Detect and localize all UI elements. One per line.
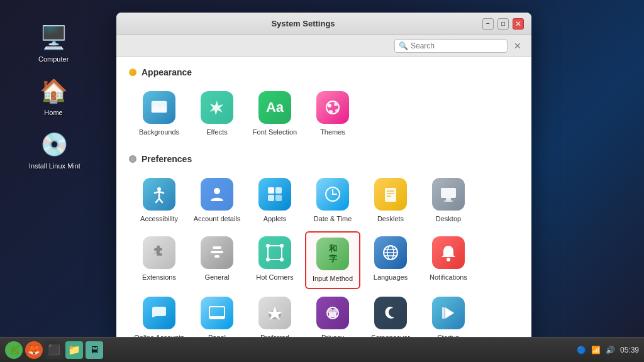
hot-corners-label: Hot Corners (256, 273, 293, 282)
window-title: System Settings (124, 19, 482, 28)
settings-item-general[interactable]: General (189, 231, 245, 289)
volume-icon: 🔊 (606, 346, 615, 354)
minimize-button[interactable]: − (482, 18, 494, 30)
font-selection-icon: Aa (258, 91, 291, 124)
effects-icon (201, 91, 233, 124)
svg-point-4 (334, 102, 338, 106)
search-wrapper[interactable]: 🔍 (394, 39, 508, 53)
searchbar: 🔍 ✕ (116, 35, 531, 57)
svg-rect-18 (441, 188, 456, 198)
general-label: General (204, 273, 229, 282)
taskbar: 🌿 🦊 ⬛ 📁 🖥 🔵 📶 🔊 05:39 (0, 337, 644, 362)
backgrounds-label: Backgrounds (139, 128, 179, 136)
taskbar-right: 🔵 📶 🔊 05:39 (577, 346, 639, 354)
svg-point-5 (335, 109, 339, 112)
settings-item-languages[interactable]: Languages (363, 231, 418, 289)
settings-item-desklets[interactable]: Desklets (363, 173, 418, 228)
desktop-icon-home[interactable]: 🏠 Home (35, 72, 72, 120)
window-controls: − □ ✕ (482, 18, 524, 30)
taskbar-terminal[interactable]: ⬛ (45, 341, 63, 359)
notifications-label: Notifications (430, 273, 467, 282)
bluetooth-icon: 🔵 (577, 346, 586, 354)
svg-point-6 (329, 110, 333, 114)
settings-item-applets[interactable]: Applets (247, 173, 303, 228)
svg-marker-43 (445, 307, 454, 319)
settings-item-backgrounds[interactable]: Backgrounds (131, 86, 187, 141)
svg-point-28 (280, 258, 284, 261)
search-input[interactable] (411, 41, 499, 50)
svg-rect-11 (268, 195, 274, 201)
startup-applications-icon (432, 297, 465, 329)
taskbar-left: 🌿 🦊 ⬛ 📁 🖥 (5, 341, 103, 359)
notifications-icon (432, 236, 465, 269)
svg-point-25 (266, 244, 270, 248)
extensions-icon (143, 236, 175, 269)
svg-rect-36 (209, 316, 225, 319)
settings-item-font-selection[interactable]: Aa Font Selection (247, 86, 303, 141)
settings-item-effects[interactable]: Effects (189, 86, 245, 141)
themes-icon (316, 91, 349, 124)
settings-item-accessibility[interactable]: Accessibility (131, 173, 187, 228)
desktop-icon-install[interactable]: 💿 Install Linux Mint (25, 126, 84, 173)
svg-rect-44 (442, 307, 445, 319)
settings-item-date-time[interactable]: Date & Time (305, 173, 360, 228)
desktop: 🖥️ Computer 🏠 Home 💿 Install Linux Mint … (0, 0, 644, 362)
system-settings-window: System Settings − □ ✕ 🔍 ✕ Appearance (116, 13, 531, 346)
svg-rect-19 (446, 198, 451, 200)
settings-item-desktop[interactable]: Desktop (421, 173, 476, 228)
install-label: Install Linux Mint (29, 162, 80, 170)
settings-item-extensions[interactable]: Extensions (131, 231, 187, 289)
home-label: Home (44, 109, 62, 116)
account-details-icon (201, 178, 233, 211)
svg-rect-22 (213, 246, 221, 249)
desktop-icon-settings (432, 178, 465, 211)
settings-item-themes[interactable]: Themes (305, 86, 360, 141)
preferences-grid: Accessibility Account details Applets (129, 173, 519, 346)
close-button[interactable]: ✕ (513, 18, 524, 30)
wifi-icon: 📶 (591, 346, 601, 354)
window-content: Appearance Backgrounds Effects (116, 57, 531, 346)
accessibility-label: Accessibility (140, 214, 178, 223)
svg-point-7 (157, 187, 161, 191)
date-time-icon (316, 178, 349, 211)
taskbar-app5[interactable]: 🖥 (86, 341, 103, 359)
mint-menu-button[interactable]: 🌿 (5, 341, 23, 359)
svg-point-3 (328, 104, 331, 107)
taskbar-files[interactable]: 📁 (65, 341, 83, 359)
desklets-icon (374, 178, 407, 211)
search-icon: 🔍 (399, 41, 408, 50)
svg-rect-23 (214, 255, 219, 258)
install-icon: 💿 (40, 129, 70, 160)
desktop-icon-computer[interactable]: 🖥️ Computer (35, 19, 72, 67)
panel-icon (201, 297, 233, 329)
input-method-label: Input Method (313, 274, 353, 283)
applets-icon (258, 178, 291, 211)
effects-label: Effects (206, 128, 227, 136)
svg-rect-20 (444, 200, 453, 202)
input-method-icon: 和字 (316, 238, 349, 270)
accessibility-icon (143, 178, 175, 211)
settings-item-notifications[interactable]: Notifications (421, 231, 476, 289)
preferences-section-header: Preferences (129, 154, 519, 164)
svg-rect-9 (268, 187, 274, 194)
screensaver-icon (374, 297, 407, 329)
online-accounts-icon (143, 297, 175, 329)
svg-point-8 (214, 188, 220, 194)
settings-item-account-details[interactable]: Account details (189, 173, 245, 228)
account-details-label: Account details (194, 214, 241, 223)
svg-point-34 (447, 258, 450, 261)
maximize-button[interactable]: □ (497, 18, 509, 30)
settings-item-input-method[interactable]: 和字 Input Method (305, 231, 360, 289)
clock: 05:39 (620, 346, 639, 354)
font-selection-label: Font Selection (253, 128, 297, 136)
languages-icon (374, 236, 407, 269)
settings-item-hot-corners[interactable]: Hot Corners (247, 231, 303, 289)
extensions-label: Extensions (142, 273, 176, 282)
taskbar-firefox[interactable]: 🦊 (25, 341, 43, 359)
clear-search-button[interactable]: ✕ (511, 41, 524, 51)
svg-rect-21 (211, 251, 223, 253)
svg-point-27 (266, 258, 270, 261)
titlebar: System Settings − □ ✕ (116, 13, 531, 35)
appearance-dot (129, 69, 136, 76)
computer-icon: 🖥️ (38, 23, 69, 53)
